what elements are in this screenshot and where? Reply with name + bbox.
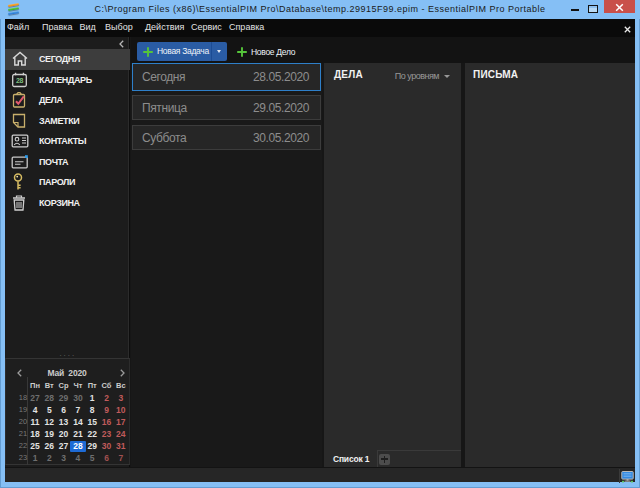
svg-text:28: 28 [16, 77, 23, 84]
